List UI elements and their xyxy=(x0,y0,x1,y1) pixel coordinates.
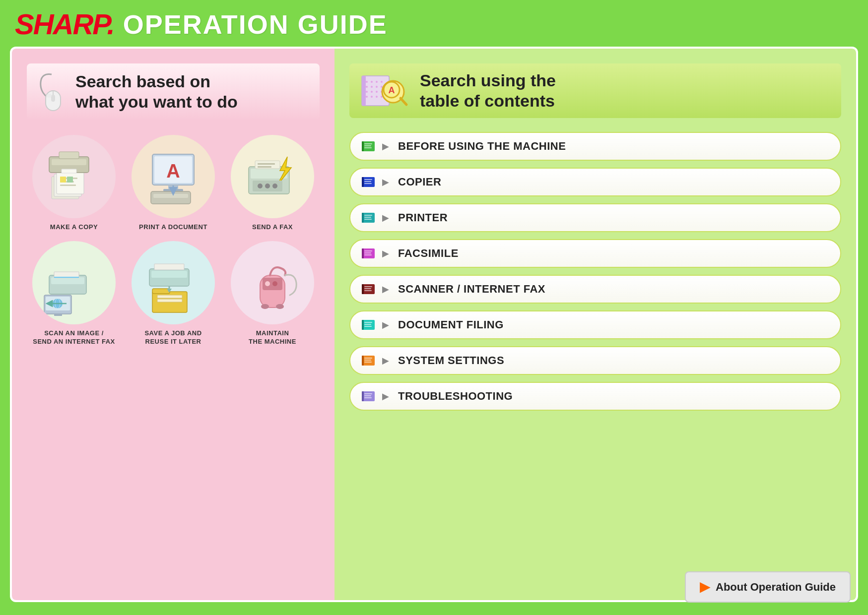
about-button[interactable]: ▶ About Operation Guide xyxy=(685,571,851,603)
book-orange-icon xyxy=(361,355,375,366)
search-header-left: Search based on what you want to do xyxy=(27,63,320,120)
svg-rect-9 xyxy=(60,184,76,186)
nav-label-copier: COPIER xyxy=(398,176,441,188)
svg-rect-46 xyxy=(152,289,170,294)
svg-rect-107 xyxy=(364,326,372,327)
svg-point-60 xyxy=(381,81,383,83)
svg-point-59 xyxy=(376,81,378,83)
book-lavender-icon xyxy=(361,391,375,402)
nav-arrow-document-filing: ▶ xyxy=(382,319,389,330)
nav-scanner-fax[interactable]: ▶ SCANNER / INTERNET FAX xyxy=(349,275,841,304)
book-blue-icon xyxy=(361,177,375,187)
svg-point-69 xyxy=(366,96,368,98)
nav-arrow-facsimile: ▶ xyxy=(382,248,389,259)
nav-arrow-troubleshooting: ▶ xyxy=(382,391,389,402)
svg-point-71 xyxy=(376,96,378,98)
right-panel: A Search using the table of contents xyxy=(334,49,856,600)
svg-rect-116 xyxy=(364,395,371,396)
make-copy-illustration xyxy=(39,142,109,211)
svg-rect-6 xyxy=(57,172,84,194)
svg-rect-96 xyxy=(364,252,371,253)
send-fax-circle xyxy=(231,135,314,218)
nav-copier[interactable]: ▶ COPIER xyxy=(349,168,841,196)
svg-rect-82 xyxy=(364,147,372,148)
svg-rect-22 xyxy=(153,194,188,198)
book-darkred-icon xyxy=(361,284,375,295)
svg-rect-47 xyxy=(157,295,182,298)
svg-rect-15 xyxy=(62,169,76,173)
svg-point-3 xyxy=(46,94,52,98)
svg-point-52 xyxy=(265,281,270,286)
book-purple-icon xyxy=(361,248,375,259)
svg-rect-117 xyxy=(364,397,372,398)
about-label: About Operation Guide xyxy=(716,581,836,594)
action-scan-image[interactable]: SCAN AN IMAGE / SEND AN INTERNET FAX xyxy=(27,241,121,346)
search-left-heading: Search based on what you want to do xyxy=(75,71,238,112)
maintain-label: MAINTAIN THE MACHINE xyxy=(249,329,296,346)
svg-rect-86 xyxy=(364,181,371,182)
left-panel: Search based on what you want to do xyxy=(12,49,334,600)
nav-system-settings[interactable]: ▶ SYSTEM SETTINGS xyxy=(349,346,841,375)
svg-rect-10 xyxy=(60,177,66,183)
action-print-document[interactable]: A xyxy=(126,135,220,232)
svg-rect-111 xyxy=(364,360,371,361)
print-document-circle: A xyxy=(132,135,215,218)
book-search-icon: A xyxy=(359,71,409,111)
sharp-logo: SHARP. xyxy=(15,10,114,39)
svg-rect-87 xyxy=(364,183,372,184)
svg-rect-89 xyxy=(362,213,364,223)
nav-printer[interactable]: ▶ PRINTER xyxy=(349,203,841,232)
nav-arrow-printer: ▶ xyxy=(382,212,389,223)
svg-point-66 xyxy=(371,91,373,93)
svg-rect-85 xyxy=(364,179,372,180)
search-header-right: A Search using the table of contents xyxy=(349,63,841,118)
svg-point-30 xyxy=(265,184,270,188)
nav-label-before-using: BEFORE USING THE MACHINE xyxy=(398,140,566,153)
svg-point-67 xyxy=(376,91,378,93)
action-maintain[interactable]: MAINTAIN THE MACHINE xyxy=(225,241,320,346)
svg-rect-106 xyxy=(364,324,371,325)
svg-rect-41 xyxy=(54,314,62,316)
svg-rect-26 xyxy=(258,163,275,165)
svg-rect-100 xyxy=(364,286,372,287)
svg-rect-48 xyxy=(157,299,182,302)
svg-line-77 xyxy=(401,98,406,105)
main-container: Search based on what you want to do xyxy=(10,47,858,602)
book-teal-icon xyxy=(361,212,375,223)
nav-document-filing[interactable]: ▶ DOCUMENT FILING xyxy=(349,310,841,339)
scan-image-circle xyxy=(32,241,116,324)
svg-rect-112 xyxy=(364,362,372,363)
action-make-copy[interactable]: MAKE A COPY xyxy=(27,135,121,232)
svg-rect-13 xyxy=(52,159,86,165)
action-save-job[interactable]: SAVE A JOB AND REUSE IT LATER xyxy=(126,241,220,346)
mouse-icon xyxy=(37,72,67,112)
svg-rect-80 xyxy=(364,143,372,144)
svg-text:A: A xyxy=(389,85,395,95)
svg-point-58 xyxy=(371,81,373,83)
svg-rect-110 xyxy=(364,358,372,359)
search-left-line2: what you want to do xyxy=(75,92,238,112)
svg-point-57 xyxy=(366,81,368,83)
nav-arrow-system-settings: ▶ xyxy=(382,355,389,366)
nav-arrow-scanner-fax: ▶ xyxy=(382,284,389,295)
svg-rect-33 xyxy=(51,277,84,284)
nav-label-troubleshooting: TROUBLESHOOTING xyxy=(398,390,513,403)
nav-before-using[interactable]: ▶ BEFORE USING THE MACHINE xyxy=(349,132,841,161)
svg-rect-92 xyxy=(364,219,372,220)
svg-rect-115 xyxy=(364,393,372,394)
book-cyan-icon xyxy=(361,319,375,330)
svg-rect-94 xyxy=(362,248,364,258)
svg-rect-27 xyxy=(258,166,271,168)
action-send-fax[interactable]: SEND A FAX xyxy=(225,135,320,232)
scan-image-label: SCAN AN IMAGE / SEND AN INTERNET FAX xyxy=(33,329,115,346)
svg-point-31 xyxy=(272,184,277,188)
svg-text:A: A xyxy=(166,161,180,182)
svg-point-63 xyxy=(376,86,378,88)
nav-facsimile[interactable]: ▶ FACSIMILE xyxy=(349,239,841,268)
book-green-icon xyxy=(361,141,375,152)
svg-point-54 xyxy=(261,304,269,309)
nav-troubleshooting[interactable]: ▶ TROUBLESHOOTING xyxy=(349,382,841,411)
nav-label-document-filing: DOCUMENT FILING xyxy=(398,318,504,331)
make-copy-circle xyxy=(32,135,116,218)
actions-grid: MAKE A COPY A xyxy=(27,135,320,347)
